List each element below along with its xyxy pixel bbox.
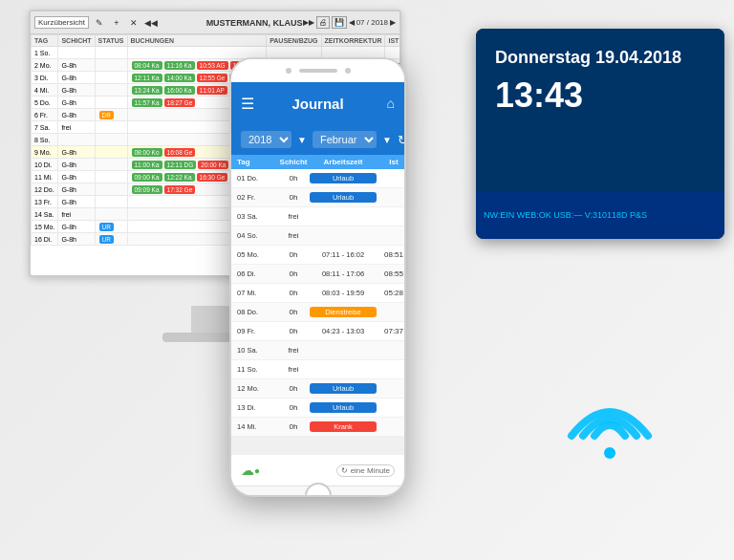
day-cell: 8 So. bbox=[32, 134, 58, 146]
day-cell: 4 Mi. bbox=[32, 84, 58, 97]
toolbar-print-icon[interactable]: 🖨 bbox=[316, 16, 330, 29]
jrow-arbeitszeit: 04:23 - 13:03 bbox=[310, 327, 377, 335]
home-icon[interactable]: ⌂ bbox=[387, 96, 395, 111]
journal-row: 06 Di. 0h 08:11 - 17:06 08:55 08:55 34:4… bbox=[231, 265, 404, 284]
month-selector[interactable]: Februar bbox=[313, 131, 377, 148]
jrow-arbeitszeit: 07:11 - 16:02 bbox=[310, 250, 377, 259]
schicht-cell: G-8h bbox=[58, 196, 95, 208]
jrow-schicht: 0h bbox=[279, 308, 308, 316]
col-status: STATUS bbox=[95, 35, 127, 47]
toolbar-nav-next-icon[interactable]: ▶ bbox=[390, 18, 396, 27]
journal-row: 10 Sa. frei 00:00 47:52 bbox=[231, 341, 404, 360]
col-zeitkorr: ZEITKORREKTUR bbox=[321, 35, 385, 47]
day-cell: 12 Do. bbox=[32, 183, 58, 196]
toolbar-icons-group: 🖨 💾 bbox=[316, 16, 347, 29]
year-selector[interactable]: 2018 bbox=[241, 131, 291, 148]
wifi-icon bbox=[562, 398, 658, 474]
jrow-schicht: frei bbox=[279, 365, 308, 374]
jrow-schicht: 0h bbox=[279, 193, 308, 202]
jth-ist: Ist bbox=[378, 158, 404, 166]
day-cell: 15 Mo. bbox=[32, 221, 58, 233]
jrow-day: 01 Do. bbox=[237, 174, 277, 183]
schicht-cell: G-8h bbox=[58, 59, 95, 72]
schicht-cell bbox=[58, 47, 95, 59]
status-cell bbox=[95, 159, 127, 171]
status-cell bbox=[95, 97, 127, 109]
schicht-cell: G-8h bbox=[58, 72, 95, 84]
jrow-day: 02 Fr. bbox=[237, 193, 277, 202]
jrow-schicht: frei bbox=[279, 212, 308, 221]
status-cell bbox=[95, 84, 127, 97]
day-cell: 1 So. bbox=[32, 47, 58, 59]
journal-row: 04 So. frei 00:00 17:01 bbox=[231, 226, 404, 246]
jrow-schicht: 0h bbox=[279, 250, 308, 259]
status-cell: UR bbox=[95, 221, 127, 233]
phone-speaker bbox=[299, 69, 337, 73]
jrow-ist: 05:28 bbox=[378, 289, 404, 297]
view-selector[interactable]: Kurzübersicht bbox=[34, 16, 89, 29]
status-cell bbox=[95, 72, 127, 84]
big-display-main: Donnerstag 19.04.2018 13:43 bbox=[476, 29, 724, 191]
day-cell: 10 Di. bbox=[32, 159, 58, 171]
journal-body: 01 Do. 0h Urlaub 00:00 17:01 02 Fr. 0h U… bbox=[231, 169, 404, 437]
hamburger-icon[interactable]: ☰ bbox=[241, 95, 254, 113]
jrow-day: 12 Mo. bbox=[237, 384, 277, 393]
jrow-schicht: 0h bbox=[279, 289, 308, 297]
status-cell: UR bbox=[95, 233, 127, 246]
jrow-day: 10 Sa. bbox=[237, 346, 277, 355]
jrow-day: 07 Mi. bbox=[237, 289, 277, 297]
jrow-ist: 08:55 bbox=[378, 269, 404, 278]
jth-schicht: Schicht bbox=[279, 158, 308, 166]
refresh-icon[interactable]: ↻ bbox=[398, 133, 404, 147]
toolbar-username: MUSTERMANN, KLAUS bbox=[206, 18, 303, 28]
journal-row: 03 Sa. frei 00:00 17:01 bbox=[231, 207, 404, 226]
jrow-day: 08 Do. bbox=[237, 308, 277, 316]
day-cell: 13 Fr. bbox=[32, 196, 58, 208]
month-arrow-icon[interactable]: ▼ bbox=[382, 135, 392, 145]
status-cell bbox=[95, 134, 127, 146]
phone-screen: ☰ Journal ⌂ 2018 ▼ Februar ▼ ↻ Tag Schic… bbox=[231, 82, 404, 455]
toolbar-nav-right-icon[interactable]: ▶▶ bbox=[303, 18, 314, 27]
jrow-schicht: 0h bbox=[279, 269, 308, 278]
day-cell: 7 Sa. bbox=[32, 121, 58, 134]
wifi-icon-area bbox=[543, 388, 677, 484]
phone-home-area[interactable] bbox=[231, 485, 404, 497]
status-cell bbox=[95, 208, 127, 221]
jrow-arbeitszeit: 08:03 - 19:59 bbox=[310, 289, 377, 297]
toolbar-edit-icon[interactable]: ✎ bbox=[93, 16, 106, 30]
day-cell: 11 Mi. bbox=[32, 171, 58, 183]
toolbar-save-icon[interactable]: 💾 bbox=[332, 16, 347, 29]
phone-camera bbox=[286, 68, 291, 74]
month-nav: 2018 ▼ Februar ▼ ↻ bbox=[231, 124, 404, 155]
journal-row: 08 Do. 0h Dienstreise 00:40 40:15 bbox=[231, 303, 404, 322]
year-arrow-icon[interactable]: ▼ bbox=[297, 135, 307, 145]
jrow-ist: 07:37 bbox=[378, 327, 404, 335]
status-cell bbox=[95, 59, 127, 72]
status-cell bbox=[95, 121, 127, 134]
journal-row: 05 Mo. 0h 07:11 - 16:02 08:51 08:51 25:5… bbox=[231, 246, 404, 265]
phone-bottom-bar: ☁ ● ↻ eine Minute bbox=[231, 455, 404, 485]
day-cell: 2 Mo. bbox=[32, 59, 58, 72]
jrow-day: 06 Di. bbox=[237, 269, 277, 278]
buchungen-cell bbox=[127, 47, 267, 59]
status-cell bbox=[95, 183, 127, 196]
jth-tag: Tag bbox=[237, 158, 277, 166]
display-date: Donnerstag 19.04.2018 bbox=[495, 48, 705, 68]
col-tag: TAG bbox=[32, 35, 58, 47]
toolbar-delete-icon[interactable]: ✕ bbox=[127, 16, 140, 30]
day-cell: 3 Di. bbox=[32, 72, 58, 84]
jth-arbeitszeit: Arbeitszeit bbox=[310, 158, 377, 166]
col-ist: IST bbox=[385, 35, 401, 47]
toolbar-add-icon[interactable]: + bbox=[110, 16, 123, 30]
jrow-day: 14 Mi. bbox=[237, 422, 277, 431]
toolbar-nav-prev-icon[interactable]: ◀ bbox=[349, 18, 355, 27]
schicht-cell: G-8h bbox=[58, 183, 95, 196]
jrow-day: 09 Fr. bbox=[237, 327, 277, 335]
toolbar-nav-left-icon[interactable]: ◀◀ bbox=[144, 16, 158, 30]
phone-sensor bbox=[345, 68, 351, 74]
jrow-arbeitszeit: Urlaub bbox=[310, 383, 377, 394]
schicht-cell: G-8h bbox=[58, 84, 95, 97]
status-cell bbox=[95, 47, 127, 59]
toolbar-period: 07 / 2018 bbox=[356, 18, 388, 27]
col-buchungen: BUCHUNGEN bbox=[127, 35, 267, 47]
